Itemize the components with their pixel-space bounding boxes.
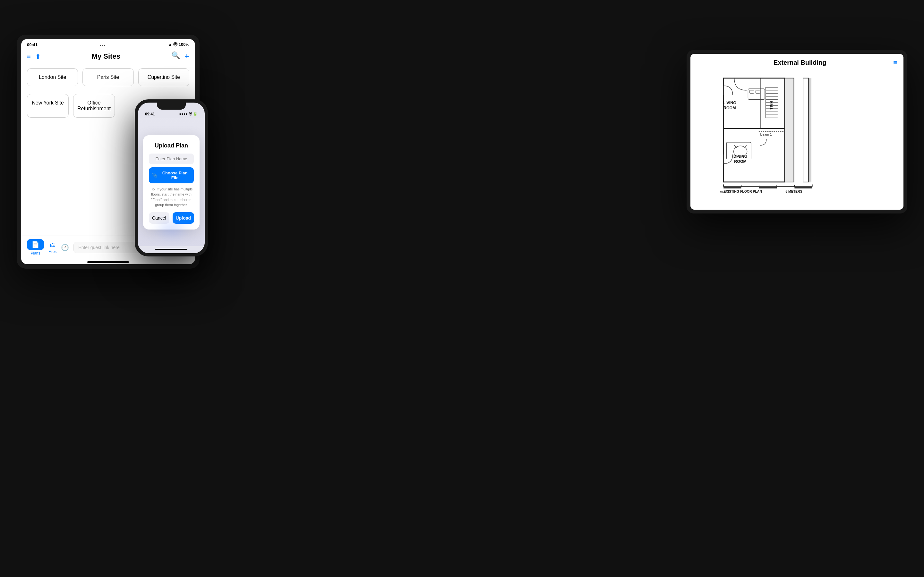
site-button-newyork[interactable]: New York Site (27, 94, 69, 118)
svg-rect-41 (795, 187, 812, 189)
upload-modal-title: Upload Plan (149, 142, 194, 149)
svg-rect-1 (785, 78, 794, 182)
floorplan-drawing: Beam 1 LIVING ROOM HALL DINING ROOM (690, 69, 903, 200)
ipad-signal: ▲ ⓦ 100% (168, 42, 189, 47)
svg-text:ROOM: ROOM (734, 159, 746, 164)
site-button-cupertino[interactable]: Cupertino Site (138, 68, 189, 86)
svg-text:LIVING: LIVING (723, 101, 736, 105)
sites-grid-row2: New York Site Office Refurbishment (21, 94, 121, 118)
iphone-upload: 09:41 ●●●● ⓦ 🔋 Upload Plan 📎 Choose Plan… (135, 99, 208, 256)
choose-plan-file-label: Choose Plan File (159, 171, 191, 180)
paperclip-icon: 📎 (152, 173, 157, 177)
ipad-status-bar: 09:41 ... ▲ ⓦ 100% (21, 39, 195, 49)
svg-rect-40 (759, 187, 777, 189)
svg-rect-3 (809, 78, 811, 182)
bottom-glow (158, 224, 184, 234)
plan-name-input[interactable] (149, 153, 194, 164)
ipad-time: 09:41 (27, 42, 37, 47)
iphone-notch (157, 103, 186, 110)
choose-plan-file-button[interactable]: 📎 Choose Plan File (149, 167, 194, 183)
home-indicator (87, 261, 129, 263)
svg-text:5 METERS: 5 METERS (785, 190, 802, 193)
ipad-nav-bar: ≡ ⬆ My Sites 🔍 + (21, 49, 195, 65)
plans-icon: 📄 (27, 239, 44, 250)
files-tab-label: Files (48, 250, 57, 254)
svg-rect-2 (803, 78, 809, 182)
site-button-office[interactable]: Office Refurbishment (73, 94, 115, 118)
svg-text:EXISTING FLOOR PLAN: EXISTING FLOOR PLAN (724, 190, 762, 193)
filter-icon[interactable]: ≡ (893, 59, 897, 66)
tab-files[interactable]: 🗂 Files (48, 241, 57, 254)
guest-link-placeholder: Enter guest link here (78, 245, 120, 250)
add-site-icon[interactable]: + (184, 51, 189, 61)
floorplan-title: External Building (706, 59, 893, 66)
iphone-home-indicator (155, 249, 187, 250)
modal-action-buttons: Cancel Upload (149, 212, 194, 224)
tab-plans[interactable]: 📄 Plans (27, 239, 44, 255)
svg-text:HALL: HALL (769, 101, 773, 110)
svg-rect-39 (724, 187, 741, 189)
plans-tab-label: Plans (31, 251, 40, 255)
svg-text:DINING: DINING (733, 154, 747, 159)
ipad-floorplan: External Building ≡ (687, 50, 907, 213)
share-icon[interactable]: ⬆ (35, 53, 41, 60)
iphone-signal: ●●●● ⓦ 🔋 (179, 111, 198, 116)
cancel-button[interactable]: Cancel (149, 212, 170, 224)
page-title: My Sites (41, 52, 171, 61)
svg-text:RS: RS (720, 190, 724, 193)
ipad-nav-right-icons: 🔍 + (171, 51, 189, 61)
svg-rect-19 (750, 90, 754, 93)
filter-lines-icon[interactable]: ≡ (27, 53, 31, 60)
svg-rect-20 (756, 90, 760, 93)
ipad-camera-dots: ... (100, 42, 106, 47)
upload-tip-text: Tip: If your site has multiple floors, s… (149, 187, 194, 208)
upload-button[interactable]: Upload (173, 212, 194, 224)
svg-text:Beam 1: Beam 1 (760, 133, 772, 136)
site-button-paris[interactable]: Paris Site (82, 68, 134, 86)
svg-text:ROOM: ROOM (724, 106, 736, 110)
history-icon[interactable]: 🕐 (61, 243, 69, 251)
upload-plan-modal: Upload Plan 📎 Choose Plan File Tip: If y… (143, 135, 200, 229)
floorplan-header: External Building ≡ (690, 54, 903, 69)
iphone-time: 09:41 (145, 112, 155, 116)
site-button-london[interactable]: London Site (27, 68, 78, 86)
search-icon[interactable]: 🔍 (171, 51, 180, 61)
ipad-nav-left-icons: ≡ ⬆ (27, 53, 41, 60)
sites-grid-row1: London Site Paris Site Cupertino Site (21, 65, 195, 89)
files-icon: 🗂 (49, 241, 56, 248)
